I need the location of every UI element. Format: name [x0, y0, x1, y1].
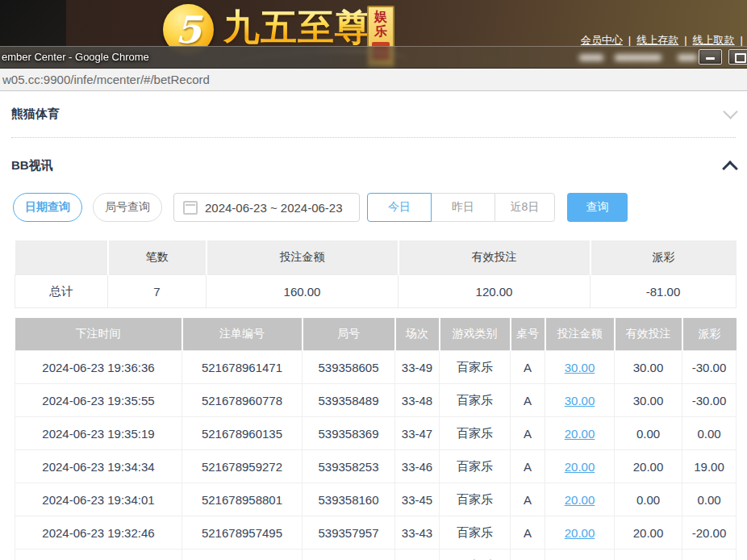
bet-table-body: 2024-06-23 19:36:36521678961471539358605…	[15, 351, 737, 560]
payout-cell: 19.00	[682, 450, 737, 483]
bet-id-cell: 521678960135	[182, 417, 303, 450]
payout-cell: -30.00	[682, 351, 737, 384]
table-no-cell: A	[511, 450, 545, 483]
tab-yesterday[interactable]: 昨日	[431, 193, 495, 222]
bet-record-row: 2024-06-23 19:34:34521678959272539358253…	[15, 450, 737, 483]
summary-header-valid-bet: 有效投注	[399, 240, 591, 275]
valid-bet-cell: 0.00	[615, 417, 682, 450]
round-id-cell: 539358605	[303, 351, 395, 384]
bet-header-table-no: 桌号	[511, 318, 545, 351]
summary-header-row: 笔数 投注金额 有效投注 派彩	[15, 240, 737, 275]
bet-amount-cell: 20.00	[545, 516, 615, 550]
session-cell: 33-48	[395, 384, 440, 417]
section-panda-sports[interactable]: 熊猫体育	[0, 91, 747, 137]
table-no-cell: A	[511, 384, 545, 417]
filter-toolbar: 日期查询 局号查询 2024-06-23 ~ 2024-06-23 今日 昨日 …	[0, 193, 747, 222]
round-id-cell: 539358369	[303, 417, 395, 450]
bet-amount-link[interactable]: 30.00	[565, 394, 595, 407]
date-query-button[interactable]: 日期查询	[13, 193, 82, 222]
tab-last-8-days[interactable]: 近8日	[495, 193, 555, 222]
bet-time-cell: 2024-06-23 19:34:01	[15, 483, 182, 516]
summary-header-empty	[15, 240, 108, 275]
site-header: 5 九五至尊 娱 乐 会员中心|线上存款|线上取款| ember Center …	[0, 0, 747, 69]
nav-withdraw-link[interactable]: 线上取款	[693, 34, 735, 46]
round-id-cell: 539358160	[303, 483, 395, 516]
table-no-cell: A	[511, 483, 545, 516]
bet-amount-cell: 20.00	[545, 417, 615, 450]
nav-separator: |	[628, 34, 631, 46]
bet-amount-link[interactable]: 20.00	[565, 526, 595, 540]
bet-record-row: 2024-06-23 19:32:46521678957495539357957…	[15, 516, 737, 550]
search-button[interactable]: 查询	[567, 193, 628, 222]
nav-separator: |	[684, 34, 686, 46]
round-id-cell: 539358253	[303, 450, 395, 483]
blurred-user-info	[579, 54, 603, 61]
summary-header-payout: 派彩	[591, 240, 737, 275]
game-type-cell: 百家乐	[440, 417, 511, 450]
bet-time-cell: 2024-06-23 19:32:46	[15, 516, 182, 550]
bet-header-round-id: 局号	[303, 318, 395, 351]
round-query-button[interactable]: 局号查询	[93, 193, 162, 222]
nav-separator: |	[741, 34, 743, 46]
session-cell: 33-43	[395, 516, 440, 550]
bet-amount-link[interactable]: 20.00	[565, 493, 595, 507]
date-range-value: 2024-06-23 ~ 2024-06-23	[205, 201, 343, 215]
payout-cell: -30.00	[682, 384, 737, 417]
valid-bet-cell: 30.00	[615, 351, 682, 384]
minimize-button[interactable]	[699, 49, 722, 65]
section-title: 熊猫体育	[11, 107, 60, 122]
bet-amount-cell: 20.00	[545, 550, 615, 560]
bet-amount-link[interactable]: 20.00	[565, 460, 595, 474]
bet-amount-link[interactable]: 30.00	[565, 361, 595, 374]
session-cell: 33-45	[395, 483, 440, 516]
nav-member-center-link[interactable]: 会员中心	[581, 34, 623, 46]
bet-amount-cell: 20.00	[545, 450, 615, 483]
total-bet-amount-cell: 160.00	[207, 275, 399, 308]
session-cell: 33-42	[395, 550, 440, 560]
summary-header-count: 笔数	[108, 240, 207, 275]
bet-record-row: 2024-06-23 19:35:55521678960778539358489…	[15, 384, 737, 417]
payout-cell: 0.00	[682, 417, 737, 450]
game-type-cell: 百家乐	[440, 351, 511, 384]
valid-bet-cell: 30.00	[615, 384, 682, 417]
nav-deposit-link[interactable]: 线上存款	[636, 34, 678, 46]
valid-bet-cell: 20.00	[615, 450, 682, 483]
bet-header-payout: 派彩	[682, 318, 737, 351]
address-bar[interactable]: w05.cc:9900/infe/mcenter/#/betRecord	[0, 69, 747, 91]
total-count-cell: 7	[108, 275, 207, 308]
bet-amount-cell: 20.00	[545, 483, 615, 516]
bet-id-cell: 521678957495	[182, 516, 303, 550]
valid-bet-cell: 0.00	[615, 483, 682, 516]
bet-header-game-type: 游戏类别	[440, 318, 511, 351]
game-type-cell: 百家乐	[440, 384, 511, 417]
bet-table-header-row: 下注时间注单编号局号场次游戏类别桌号投注金额有效投注派彩	[15, 318, 737, 351]
total-valid-bet-cell: 120.00	[399, 275, 591, 308]
game-type-cell: 百家乐	[440, 450, 511, 483]
blurred-user-info	[615, 54, 661, 61]
bet-header-valid-bet: 有效投注	[615, 318, 682, 351]
payout-cell: -20.00	[682, 516, 737, 550]
summary-table: 笔数 投注金额 有效投注 派彩 总计 7 160.00 120.00 -81.0…	[15, 240, 737, 308]
bet-header-session: 场次	[395, 318, 440, 351]
tab-today[interactable]: 今日	[367, 193, 432, 222]
game-type-cell: 百家乐	[440, 483, 511, 516]
table-no-cell: A	[511, 550, 545, 560]
valid-bet-cell: 20.00	[615, 516, 682, 550]
bet-id-cell: 521678959272	[182, 450, 303, 483]
section-bb-video[interactable]: BB视讯	[0, 138, 747, 193]
chevron-down-icon	[723, 104, 737, 119]
bet-amount-link[interactable]: 20.00	[565, 427, 595, 441]
bet-time-cell: 2024-06-23 19:31:59	[15, 550, 182, 560]
chrome-titlebar[interactable]: ember Center - Google Chrome	[0, 46, 747, 69]
bet-time-cell: 2024-06-23 19:35:19	[15, 417, 182, 450]
brand-logo-text: 九五至尊	[223, 9, 372, 45]
badge-char: 乐	[374, 24, 387, 39]
bet-amount-cell: 30.00	[545, 351, 615, 384]
date-range-input[interactable]: 2024-06-23 ~ 2024-06-23	[173, 193, 360, 222]
calendar-icon	[183, 201, 198, 215]
session-cell: 33-47	[395, 417, 440, 450]
maximize-button[interactable]	[728, 49, 747, 65]
bet-header-bet-id: 注单编号	[182, 318, 303, 351]
total-payout-cell: -81.00	[591, 275, 737, 308]
minimize-icon	[706, 57, 715, 60]
